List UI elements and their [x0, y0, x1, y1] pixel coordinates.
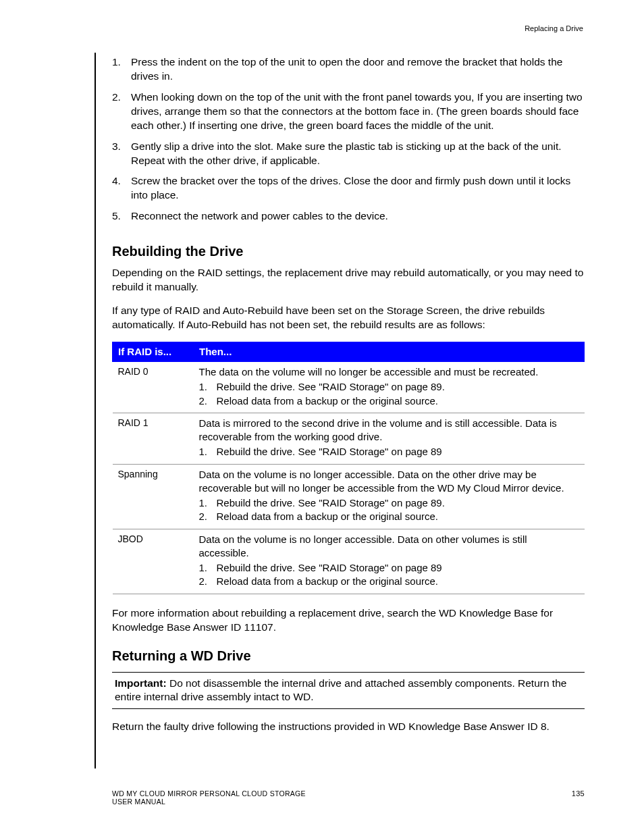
- list-number: 2.: [199, 510, 217, 523]
- table-cell-then: Data on the volume is no longer accessib…: [194, 529, 585, 594]
- list-item: 2. When looking down on the top of the u…: [112, 90, 585, 133]
- list-number: 1.: [199, 561, 217, 575]
- list-text: Reconnect the network and power cables t…: [131, 209, 585, 224]
- table-row: JBODData on the volume is no longer acce…: [113, 529, 585, 594]
- vertical-rule: [95, 53, 96, 768]
- list-item: 2.Reload data from a backup or the origi…: [199, 394, 579, 408]
- list-item: 5. Reconnect the network and power cable…: [112, 209, 585, 224]
- table-cell-intro: Data is mirrored to the second drive in …: [199, 417, 579, 444]
- table-cell-intro: Data on the volume is no longer accessib…: [199, 468, 579, 496]
- list-item: 2.Reload data from a backup or the origi…: [199, 575, 579, 588]
- list-number: 5.: [112, 209, 131, 224]
- list-item: 1. Press the indent on the top of the un…: [112, 55, 585, 84]
- list-text: Rebuild the drive. See "RAID Storage" on…: [217, 496, 579, 510]
- list-number: 1.: [199, 445, 217, 459]
- page-footer: WD MY CLOUD MIRROR PERSONAL CLOUD STORAG…: [112, 789, 585, 806]
- page-header-label: Replacing a Drive: [525, 24, 583, 32]
- paragraph: Return the faulty drive following the in…: [112, 720, 585, 734]
- raid-results-table: If RAID is... Then... RAID 0The data on …: [112, 342, 585, 594]
- list-item: 1.Rebuild the drive. See "RAID Storage" …: [199, 496, 579, 510]
- list-number: 2.: [112, 90, 131, 133]
- list-number: 2.: [199, 575, 217, 588]
- list-text: Reload data from a backup or the origina…: [217, 575, 579, 588]
- list-item: 3. Gently slip a drive into the slot. Ma…: [112, 140, 585, 168]
- table-header-raid: If RAID is...: [113, 342, 194, 361]
- important-callout: Important: Do not disassemble the intern…: [112, 672, 585, 710]
- important-text: Do not disassemble the internal drive an…: [115, 677, 566, 703]
- list-text: Rebuild the drive. See "RAID Storage" on…: [217, 445, 579, 459]
- footer-manual: USER MANUAL: [112, 798, 306, 806]
- table-cell-then: The data on the volume will no longer be…: [194, 362, 585, 413]
- section-heading-rebuilding: Rebuilding the Drive: [112, 242, 585, 261]
- table-header-then: Then...: [194, 342, 585, 361]
- list-item: 1.Rebuild the drive. See "RAID Storage" …: [199, 561, 579, 575]
- table-cell-then: Data on the volume is no longer accessib…: [194, 464, 585, 529]
- nested-list: 1.Rebuild the drive. See "RAID Storage" …: [199, 561, 579, 589]
- paragraph: Depending on the RAID settings, the repl…: [112, 266, 585, 294]
- list-number: 4.: [112, 174, 131, 203]
- nested-list: 1.Rebuild the drive. See "RAID Storage" …: [199, 445, 579, 459]
- table-cell-raid: RAID 0: [113, 362, 194, 413]
- list-number: 2.: [199, 394, 217, 408]
- list-item: 1.Rebuild the drive. See "RAID Storage" …: [199, 380, 579, 394]
- insertion-steps-list: 1. Press the indent on the top of the un…: [112, 55, 585, 224]
- table-cell-raid: RAID 1: [113, 413, 194, 464]
- paragraph: For more information about rebuilding a …: [112, 606, 585, 635]
- section-heading-returning: Returning a WD Drive: [112, 647, 585, 665]
- table-cell-intro: Data on the volume is no longer accessib…: [199, 533, 579, 561]
- table-cell-then: Data is mirrored to the second drive in …: [194, 413, 585, 464]
- important-label: Important:: [115, 677, 167, 689]
- list-number: 3.: [112, 140, 131, 168]
- list-number: 1.: [199, 380, 217, 394]
- list-text: Screw the bracket over the tops of the d…: [131, 174, 585, 203]
- table-row: RAID 1Data is mirrored to the second dri…: [113, 413, 585, 464]
- table-cell-raid: Spanning: [113, 464, 194, 529]
- nested-list: 1.Rebuild the drive. See "RAID Storage" …: [199, 496, 579, 524]
- list-text: Gently slip a drive into the slot. Make …: [131, 140, 585, 168]
- list-number: 1.: [112, 55, 131, 84]
- page-number: 135: [572, 789, 585, 806]
- page-content: 1. Press the indent on the top of the un…: [112, 55, 585, 744]
- list-text: When looking down on the top of the unit…: [131, 90, 585, 133]
- list-number: 1.: [199, 496, 217, 510]
- list-item: 1.Rebuild the drive. See "RAID Storage" …: [199, 445, 579, 459]
- list-item: 4. Screw the bracket over the tops of th…: [112, 174, 585, 203]
- table-row: SpanningData on the volume is no longer …: [113, 464, 585, 529]
- nested-list: 1.Rebuild the drive. See "RAID Storage" …: [199, 380, 579, 408]
- list-item: 2.Reload data from a backup or the origi…: [199, 510, 579, 523]
- list-text: Press the indent on the top of the unit …: [131, 55, 585, 84]
- table-cell-intro: The data on the volume will no longer be…: [199, 365, 579, 379]
- footer-product: WD MY CLOUD MIRROR PERSONAL CLOUD STORAG…: [112, 789, 306, 798]
- table-row: RAID 0The data on the volume will no lon…: [113, 362, 585, 413]
- list-text: Reload data from a backup or the origina…: [217, 510, 579, 523]
- list-text: Rebuild the drive. See "RAID Storage" on…: [217, 561, 579, 575]
- table-cell-raid: JBOD: [113, 529, 194, 594]
- list-text: Reload data from a backup or the origina…: [217, 394, 579, 408]
- paragraph: If any type of RAID and Auto-Rebuild hav…: [112, 304, 585, 332]
- list-text: Rebuild the drive. See "RAID Storage" on…: [217, 380, 579, 394]
